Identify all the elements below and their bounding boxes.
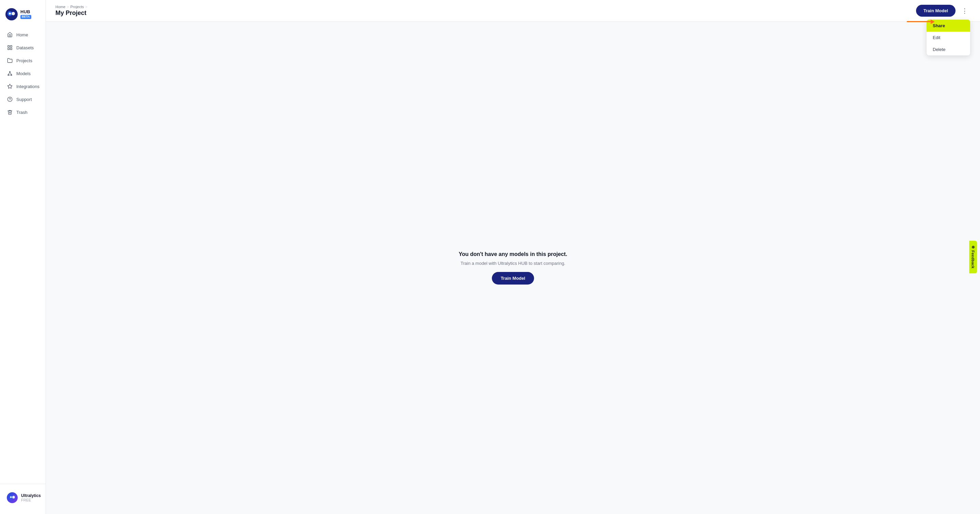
svg-rect-7 [10,48,12,50]
projects-icon [7,57,13,63]
sidebar-item-models[interactable]: Models [3,67,43,79]
ultralytics-logo-icon [5,8,18,21]
train-model-button[interactable]: Train Model [916,5,956,17]
svg-line-11 [8,72,10,75]
more-dots-icon: ⋮ [962,8,968,14]
sidebar: HUB BETA Home D [0,0,46,514]
svg-point-19 [10,497,12,498]
sidebar-item-home[interactable]: Home [3,29,43,41]
sidebar-item-support-label: Support [16,97,32,102]
breadcrumb-sep-2: > [85,5,88,9]
sidebar-nav: Home Datasets Projects [0,29,46,484]
empty-state-description: Train a model with Ultralytics HUB to st… [461,261,565,266]
svg-rect-6 [8,48,10,50]
breadcrumb: Home > Projects > My Project [56,5,88,17]
user-plan: FREE [21,498,41,502]
support-icon [7,96,13,102]
sidebar-item-trash-label: Trash [16,110,27,115]
svg-line-12 [10,72,11,75]
svg-point-3 [9,13,11,14]
sidebar-item-home-label: Home [16,32,28,37]
breadcrumb-sep-1: > [67,5,69,9]
home-icon [7,32,13,38]
content-area: You don't have any models in this projec… [46,22,980,514]
train-model-center-button[interactable]: Train Model [492,272,534,284]
page-title: My Project [56,10,88,17]
trash-icon [7,109,13,115]
integrations-icon [7,83,13,89]
svg-marker-14 [8,84,12,88]
sidebar-item-datasets[interactable]: Datasets [3,41,43,54]
datasets-icon [7,44,13,51]
feedback-icon: ⊕ [971,246,975,249]
avatar [7,492,18,503]
header-actions: Train Model ⋮ Share Edit Delete [916,5,970,17]
logo-beta-badge: BETA [21,15,31,19]
sidebar-item-support[interactable]: Support [3,93,43,105]
user-profile[interactable]: Ultralytics FREE [3,490,43,506]
sidebar-item-datasets-label: Datasets [16,45,34,50]
sidebar-bottom: Ultralytics FREE [0,484,46,509]
svg-point-2 [11,12,15,15]
empty-state-title: You don't have any models in this projec… [458,251,567,257]
dropdown-item-delete[interactable]: Delete [927,43,970,56]
svg-rect-5 [10,46,12,47]
breadcrumb-home[interactable]: Home [56,5,65,9]
sidebar-item-projects-label: Projects [16,58,32,63]
svg-rect-4 [8,46,10,47]
user-name: Ultralytics [21,493,41,498]
logo-text: HUB BETA [21,10,31,19]
sidebar-item-trash[interactable]: Trash [3,106,43,118]
svg-point-18 [12,496,15,499]
sidebar-item-projects[interactable]: Projects [3,54,43,67]
breadcrumb-path: Home > Projects > [56,5,88,9]
dropdown-menu: Share Edit Delete [926,19,970,56]
models-icon [7,70,13,76]
logo: HUB BETA [0,5,46,29]
breadcrumb-projects[interactable]: Projects [70,5,84,9]
main-content: Home > Projects > My Project Train Model… [46,0,980,514]
dropdown-item-edit[interactable]: Edit [927,32,970,43]
feedback-label: Feedback [971,250,975,268]
more-options-button[interactable]: ⋮ [959,6,970,16]
logo-hub-label: HUB [21,10,31,14]
sidebar-item-models-label: Models [16,71,30,76]
feedback-tab[interactable]: ⊕ Feedback [969,241,977,273]
user-info: Ultralytics FREE [21,493,41,502]
page-header: Home > Projects > My Project Train Model… [46,0,980,22]
sidebar-item-integrations[interactable]: Integrations [3,80,43,92]
dropdown-item-share[interactable]: Share [927,20,970,32]
empty-state: You don't have any models in this projec… [458,251,567,284]
sidebar-item-integrations-label: Integrations [16,84,40,89]
